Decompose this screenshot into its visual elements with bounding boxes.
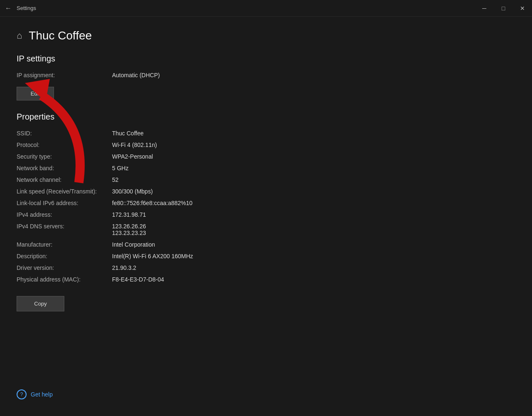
titlebar-controls: ─ □ ✕ xyxy=(475,0,532,17)
table-row: Protocol:Wi-Fi 4 (802.11n) xyxy=(17,142,515,148)
maximize-button[interactable]: □ xyxy=(494,0,513,17)
properties-rows: SSID:Thuc CoffeeProtocol:Wi-Fi 4 (802.11… xyxy=(17,130,515,283)
table-row: Physical address (MAC):F8-E4-E3-D7-D8-04 xyxy=(17,276,515,283)
property-value: 52 xyxy=(112,176,119,183)
ip-settings-title: IP settings xyxy=(17,54,515,64)
titlebar-title: Settings xyxy=(17,5,36,11)
table-row: IPv4 address:172.31.98.71 xyxy=(17,211,515,218)
ip-assignment-label: IP assignment: xyxy=(17,72,112,78)
property-label: Link-local IPv6 address: xyxy=(17,200,112,206)
copy-button[interactable]: Copy xyxy=(17,296,64,311)
table-row: Driver version:21.90.3.2 xyxy=(17,264,515,271)
property-value: 21.90.3.2 xyxy=(112,264,136,271)
edit-button[interactable]: Edit xyxy=(17,87,54,100)
table-row: SSID:Thuc Coffee xyxy=(17,130,515,137)
property-value: 123.26.26.26123.23.23.23 xyxy=(112,223,146,236)
property-value: F8-E4-E3-D7-D8-04 xyxy=(112,276,164,283)
property-label: IPv4 DNS servers: xyxy=(17,223,112,230)
page-title: Thuc Coffee xyxy=(29,29,92,42)
property-label: Protocol: xyxy=(17,142,112,148)
property-label: Driver version: xyxy=(17,264,112,271)
property-value: 172.31.98.71 xyxy=(112,211,146,218)
properties-section: Properties SSID:Thuc CoffeeProtocol:Wi-F… xyxy=(17,112,515,311)
close-button[interactable]: ✕ xyxy=(513,0,532,17)
property-label: SSID: xyxy=(17,130,112,137)
table-row: Security type:WPA2-Personal xyxy=(17,153,515,160)
main-content: ⌂ Thuc Coffee IP settings IP assignment:… xyxy=(0,17,532,332)
property-value: Intel(R) Wi-Fi 6 AX200 160MHz xyxy=(112,253,193,259)
page-header: ⌂ Thuc Coffee xyxy=(17,29,515,42)
titlebar: ← Settings ─ □ ✕ xyxy=(0,0,532,17)
table-row: Link-local IPv6 address:fe80::7526:f6e8:… xyxy=(17,200,515,206)
ip-assignment-value: Automatic (DHCP) xyxy=(112,72,160,78)
minimize-button[interactable]: ─ xyxy=(475,0,494,17)
ip-settings-section: IP settings IP assignment: Automatic (DH… xyxy=(17,54,515,112)
property-label: Physical address (MAC): xyxy=(17,276,112,283)
property-label: Network band: xyxy=(17,165,112,171)
table-row: Manufacturer:Intel Corporation xyxy=(17,241,515,248)
property-label: Security type: xyxy=(17,153,112,160)
property-label: Link speed (Receive/Transmit): xyxy=(17,188,112,195)
get-help-label: Get help xyxy=(31,391,53,398)
property-value: Thuc Coffee xyxy=(112,130,144,137)
home-icon: ⌂ xyxy=(17,30,22,41)
property-value: 300/300 (Mbps) xyxy=(112,188,153,195)
property-label: Description: xyxy=(17,253,112,259)
get-help-icon: ? xyxy=(17,389,27,399)
property-value: Intel Corporation xyxy=(112,241,155,248)
property-value: Wi-Fi 4 (802.11n) xyxy=(112,142,157,148)
table-row: IPv4 DNS servers:123.26.26.26123.23.23.2… xyxy=(17,223,515,236)
table-row: Description:Intel(R) Wi-Fi 6 AX200 160MH… xyxy=(17,253,515,259)
get-help-link[interactable]: ? Get help xyxy=(17,389,53,399)
table-row: Link speed (Receive/Transmit):300/300 (M… xyxy=(17,188,515,195)
property-value: fe80::7526:f6e8:ccaa:a882%10 xyxy=(112,200,193,206)
property-label: IPv4 address: xyxy=(17,211,112,218)
property-label: Manufacturer: xyxy=(17,241,112,248)
ip-assignment-row: IP assignment: Automatic (DHCP) xyxy=(17,72,515,78)
table-row: Network band:5 GHz xyxy=(17,165,515,171)
property-value: 5 GHz xyxy=(112,165,129,171)
table-row: Network channel:52 xyxy=(17,176,515,183)
properties-title: Properties xyxy=(17,112,515,122)
back-button[interactable]: ← xyxy=(5,5,12,12)
property-label: Network channel: xyxy=(17,176,112,183)
property-value: WPA2-Personal xyxy=(112,153,153,160)
